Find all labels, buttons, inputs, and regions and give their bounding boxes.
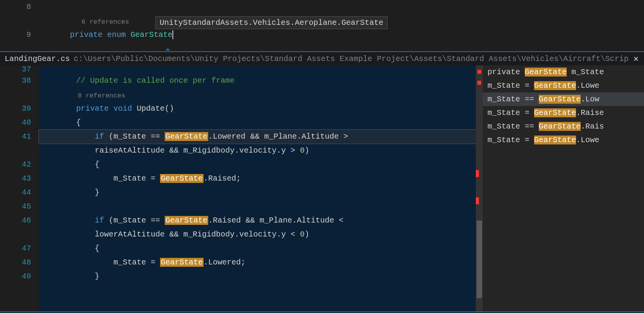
scrollbar-thumb[interactable] xyxy=(477,221,482,298)
file-tab[interactable]: LandingGear.cs c:\Users\Public\Documents… xyxy=(0,51,644,65)
references-list[interactable]: private GearState m_State m_State = Gear… xyxy=(483,65,644,311)
reference-item[interactable]: m_State == GearState.Rais xyxy=(483,120,644,133)
code-line[interactable]: { xyxy=(39,158,476,172)
reference-item[interactable]: m_State = GearState.Raise xyxy=(483,106,644,120)
reference-item[interactable]: m_State = GearState.Lowe xyxy=(483,79,644,92)
highlight-match: GearState xyxy=(165,216,208,225)
gutter: 37 38 39 40 41 42 43 44 45 46 47 48 49 xyxy=(0,65,39,311)
scrollbar-marker xyxy=(477,81,481,85)
code-line[interactable]: } xyxy=(39,186,476,200)
scrollbar-marker xyxy=(477,70,481,74)
scrollbar-marker xyxy=(476,170,479,177)
code-line[interactable]: m_State = GearState.Raised; xyxy=(39,172,476,186)
reference-item[interactable]: private GearState m_State xyxy=(483,65,644,79)
line-number: 47 xyxy=(0,242,31,256)
peek-caret-marker xyxy=(165,48,171,50)
line-number: 9 xyxy=(0,28,31,42)
code-line[interactable]: lowerAtAltitude && m_Rigidbody.velocity.… xyxy=(39,228,476,242)
line-number: 49 xyxy=(0,270,31,283)
line-number: 44 xyxy=(0,186,31,200)
enum-name[interactable]: GearState xyxy=(131,30,173,39)
highlight-match: GearState xyxy=(160,174,204,183)
line-number: 37 xyxy=(0,65,31,74)
code-line[interactable]: raiseAtAltitude && m_Rigidbody.velocity.… xyxy=(39,144,476,158)
tab-filepath: c:\Users\Public\Documents\Unity Projects… xyxy=(74,54,628,63)
line-number: 38 xyxy=(0,74,31,88)
line-number: 46 xyxy=(0,214,31,228)
code-line[interactable]: } xyxy=(39,270,476,283)
code-line[interactable] xyxy=(39,65,476,74)
codelens-references[interactable]: 0 references xyxy=(39,88,476,102)
scrollbar-marker xyxy=(476,197,479,204)
code-line[interactable]: if (m_State == GearState.Raised && m_Pla… xyxy=(39,214,476,228)
line-number: 39 xyxy=(0,102,31,116)
code-editor[interactable]: 37 38 39 40 41 42 43 44 45 46 47 48 49 /… xyxy=(0,65,476,311)
code-line[interactable]: m_State = GearState.Lowered; xyxy=(39,256,476,270)
code-line[interactable]: { xyxy=(39,242,476,256)
line-number: 8 xyxy=(0,0,31,14)
line-number: 45 xyxy=(0,200,31,214)
reference-item-selected[interactable]: m_State == GearState.Low xyxy=(483,92,644,106)
scrollbar-vertical[interactable] xyxy=(476,65,483,311)
line-number: 41 xyxy=(0,130,31,144)
codelens-references[interactable]: 6 references xyxy=(39,14,173,28)
tab-filename: LandingGear.cs xyxy=(5,54,70,63)
code-line-current[interactable]: if (m_State == GearState.Lowered && m_Pl… xyxy=(39,130,476,144)
peek-definition-pane: 8 9 6 references private enum GearState … xyxy=(0,0,644,51)
type-tooltip: UnityStandardAssets.Vehicles.Aeroplane.G… xyxy=(155,16,388,29)
highlight-match: GearState xyxy=(165,132,208,141)
code-line[interactable]: private enum GearState xyxy=(39,28,173,42)
code-line[interactable]: { xyxy=(39,116,476,130)
highlight-match: GearState xyxy=(160,258,204,267)
peek-results-pane: 37 38 39 40 41 42 43 44 45 46 47 48 49 /… xyxy=(0,65,644,312)
code-line[interactable]: // Update is called once per frame xyxy=(39,74,476,88)
code-line[interactable]: private void Update() xyxy=(39,102,476,116)
line-number: 40 xyxy=(0,116,31,130)
close-icon[interactable]: ✕ xyxy=(628,54,644,64)
reference-item[interactable]: m_State = GearState.Lowe xyxy=(483,133,644,147)
code-line[interactable] xyxy=(39,200,476,214)
line-number: 48 xyxy=(0,256,31,270)
line-number: 43 xyxy=(0,172,31,186)
line-number: 42 xyxy=(0,158,31,172)
